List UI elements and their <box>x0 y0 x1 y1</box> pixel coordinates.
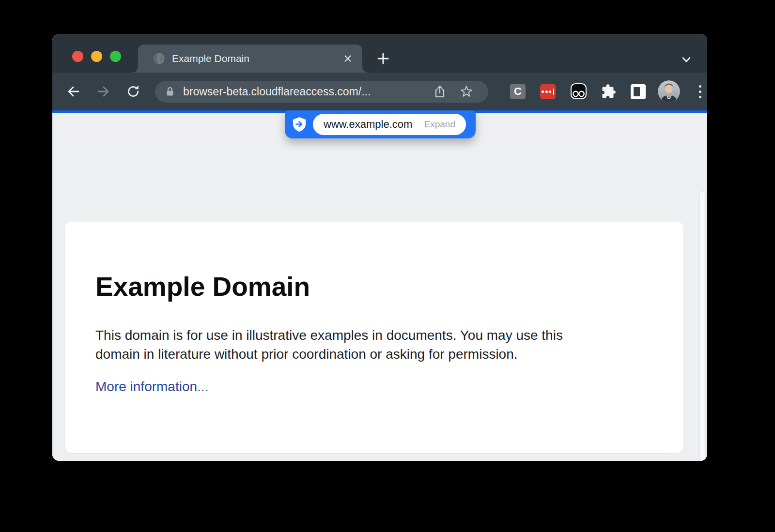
address-bar[interactable]: browser-beta.cloudflareaccess.com/... <box>155 81 488 103</box>
tab-strip: Example Domain <box>52 34 707 73</box>
url-text[interactable]: browser-beta.cloudflareaccess.com/... <box>183 81 371 103</box>
browser-window: Example Domain <box>52 34 707 461</box>
close-window-button[interactable] <box>72 51 83 62</box>
page-title: Example Domain <box>95 272 310 301</box>
isolation-domain-pill[interactable]: www.example.com Expand <box>285 110 476 138</box>
new-tab-button[interactable] <box>377 52 389 65</box>
minimize-window-button[interactable] <box>91 51 102 62</box>
tab-close-icon[interactable] <box>343 54 353 63</box>
lock-icon[interactable] <box>164 86 176 97</box>
tab-search-chevron-icon[interactable] <box>680 53 693 66</box>
profile-avatar[interactable] <box>658 80 680 103</box>
globe-favicon-icon <box>152 52 166 65</box>
back-button[interactable] <box>66 84 81 99</box>
body-paragraph: This domain is for use in illustrative e… <box>95 326 563 364</box>
extensions-puzzle-icon[interactable] <box>600 84 616 99</box>
isolation-shield-icon <box>292 117 307 132</box>
forward-button[interactable] <box>95 84 111 99</box>
example-domain-card: Example Domain This domain is for use in… <box>65 222 683 453</box>
body-paragraph-line1: This domain is for use in illustrative e… <box>95 326 563 345</box>
maximize-window-button[interactable] <box>110 51 121 62</box>
bookmark-star-icon[interactable] <box>459 84 474 99</box>
extension-c-icon[interactable]: C <box>510 84 526 99</box>
page-viewport: www.example.com Expand Example Domain Th… <box>52 113 707 461</box>
more-information-link[interactable]: More information... <box>95 379 208 395</box>
browser-menu-icon[interactable] <box>698 82 702 101</box>
scrollbar-thumb[interactable] <box>699 191 706 461</box>
side-panel-icon[interactable] <box>631 84 646 99</box>
password-manager-extension-icon[interactable] <box>540 84 556 99</box>
desktop-background: Example Domain <box>0 0 775 532</box>
browser-toolbar: browser-beta.cloudflareaccess.com/... C <box>52 73 707 110</box>
isolated-domain-text: www.example.com <box>324 118 412 131</box>
isolation-url-pill[interactable]: www.example.com Expand <box>313 114 466 135</box>
browser-tab[interactable]: Example Domain <box>138 45 362 73</box>
share-icon[interactable] <box>433 84 447 99</box>
expand-button[interactable]: Expand <box>424 119 455 130</box>
tab-title: Example Domain <box>172 45 249 73</box>
reload-button[interactable] <box>125 84 141 99</box>
goggles-extension-icon[interactable] <box>570 83 587 100</box>
body-paragraph-line2: domain in literature without prior coord… <box>95 345 563 364</box>
